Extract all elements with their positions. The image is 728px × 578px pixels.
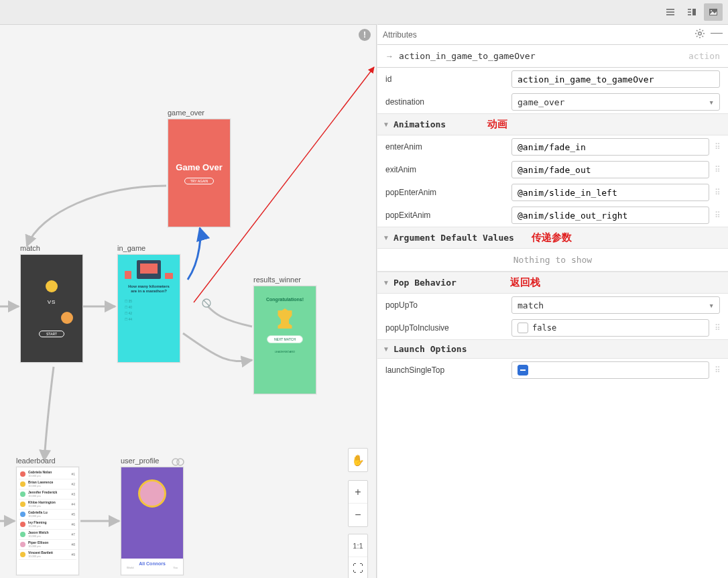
pop-enter-anim-field[interactable]	[511, 184, 709, 201]
drag-handle-icon[interactable]: ⠿	[715, 165, 720, 174]
svg-point-9	[711, 10, 712, 11]
svg-line-13	[204, 300, 209, 306]
drag-handle-icon[interactable]: ⠿	[715, 142, 720, 152]
collapse-icon: ▼	[383, 121, 389, 128]
svg-point-14	[699, 32, 702, 36]
section-pop-behavior[interactable]: ▼ Pop Behavior 返回栈	[377, 272, 728, 294]
svg-line-20	[703, 36, 704, 38]
screen-label-in-game: in_game	[117, 244, 145, 252]
list-item: Jaxon Welch10,000 pts#7	[19, 530, 76, 540]
pan-icon[interactable]: ✋	[349, 449, 367, 471]
box-icon	[165, 273, 173, 279]
panel-title: Attributes	[383, 30, 417, 40]
list-item: Gabriela Nolan10,000 pts#1	[19, 469, 76, 479]
view-code-button[interactable]	[661, 3, 680, 21]
collapse-icon: ▼	[383, 345, 389, 353]
collapse-icon: ▼	[383, 279, 389, 286]
screen-game-over[interactable]: Game Over TRY AGAIN	[168, 119, 231, 227]
warning-icon[interactable]: !	[359, 29, 371, 41]
zoom-in-button[interactable]: +	[349, 481, 367, 504]
svg-point-12	[202, 299, 210, 307]
popupto-inclusive-checkbox[interactable]	[518, 323, 528, 333]
screen-in-game[interactable]: How many kilometers are in a marathon? ☐…	[117, 254, 180, 363]
avatar-icon	[61, 312, 73, 324]
tv-icon	[137, 260, 161, 279]
launch-singletop-checkbox[interactable]	[518, 365, 528, 375]
zoom-out-button[interactable]: −	[349, 504, 367, 526]
avatar-icon	[138, 479, 166, 508]
drag-handle-icon[interactable]: ⠿	[715, 188, 720, 197]
next-match-button: NEXT MATCH	[267, 335, 303, 343]
svg-line-21	[696, 36, 698, 38]
destination-select[interactable]: game_over▾	[511, 93, 720, 111]
screen-label-profile: user_profile	[121, 457, 159, 465]
editor-view-switch	[661, 0, 728, 24]
attr-id: id	[377, 68, 728, 91]
view-design-button[interactable]	[704, 3, 723, 21]
drag-handle-icon[interactable]: ⠿	[715, 211, 720, 220]
annotation-args: 传递参数	[532, 231, 572, 244]
enter-anim-field[interactable]	[511, 138, 709, 156]
list-item: Khloe Harrington10,000 pts#4	[19, 500, 76, 510]
screen-match[interactable]: VS START	[20, 254, 83, 363]
collapse-icon: ▼	[383, 234, 389, 241]
screen-label-game-over: game_over	[168, 109, 204, 117]
svg-rect-6	[692, 9, 696, 15]
list-lines-icon	[665, 7, 676, 17]
id-field[interactable]	[511, 70, 720, 88]
chevron-down-icon: ▾	[709, 300, 714, 310]
action-name: action_in_game_to_gameOver	[399, 51, 536, 61]
action-breadcrumb: → action_in_game_to_gameOver action	[377, 45, 728, 68]
attributes-panel: Attributes — → action_in_game_to_gameOve…	[377, 24, 728, 578]
pop-exit-anim-field[interactable]	[511, 207, 709, 224]
image-icon	[708, 7, 719, 17]
section-launch-options[interactable]: ▼ Launch Options	[377, 339, 728, 359]
nav-canvas[interactable]: game_over Game Over TRY AGAIN match VS S…	[0, 45, 376, 578]
start-button: START	[39, 331, 64, 337]
screen-user-profile[interactable]: Ali Connors World You	[121, 467, 184, 575]
game-over-title: Game Over	[176, 162, 222, 172]
chevron-down-icon: ▾	[709, 97, 714, 107]
list-item: Brian Lawrence10,000 pts#2	[19, 479, 76, 489]
nav-graph-editor[interactable]: !	[0, 24, 377, 578]
section-arg-defaults[interactable]: ▼ Argument Default Values 传递参数	[377, 227, 728, 249]
attr-destination: destination game_over▾	[377, 91, 728, 113]
answer-options: ☐ 35 ☐ 40 ☐ 42 ☐ 44	[125, 299, 132, 321]
screen-results-winner[interactable]: Congratulations! NEXT MATCH LEADERBOARD	[253, 286, 316, 394]
svg-point-11	[177, 459, 184, 465]
profile-name: Ali Connors	[121, 561, 183, 566]
zoom-controls: + −	[348, 480, 368, 527]
zoom-actual-button[interactable]: 1:1	[349, 534, 367, 557]
avatar-icon	[46, 280, 58, 292]
list-item: Piper Ellison10,000 pts#8	[19, 540, 76, 550]
trophy-icon	[275, 308, 295, 329]
svg-line-22	[703, 30, 704, 32]
args-empty-text: Nothing to show	[377, 249, 728, 272]
popcorn-icon	[125, 271, 131, 279]
pan-tool[interactable]: ✋	[348, 448, 368, 472]
screen-label-match: match	[20, 244, 40, 252]
popupto-select[interactable]: match▾	[511, 296, 720, 314]
screen-leaderboard[interactable]: Gabriela Nolan10,000 pts#1Brian Lawrence…	[16, 467, 79, 575]
annotation-animations: 动画	[487, 118, 507, 131]
annotation-pop: 返回栈	[510, 276, 540, 289]
list-item: Gabriella Lu10,000 pts#5	[19, 510, 76, 520]
screen-label-leaderboard: leaderboard	[16, 457, 56, 465]
action-type: action	[688, 51, 720, 61]
svg-point-10	[172, 459, 179, 465]
section-animations[interactable]: ▼ Animations 动画	[377, 113, 728, 135]
exit-anim-field[interactable]	[511, 161, 709, 178]
list-item: Jennifer Frederick10,000 pts#3	[19, 489, 76, 500]
gear-icon[interactable]	[694, 28, 705, 41]
attributes-header: Attributes —	[377, 25, 728, 45]
question-text: How many kilometers are in a marathon?	[125, 284, 173, 294]
svg-line-19	[696, 30, 698, 32]
list-item: Ivy Fleming10,000 pts#6	[19, 520, 76, 530]
action-arrow-icon: →	[385, 52, 393, 61]
drag-handle-icon[interactable]: ⠿	[715, 323, 720, 333]
minimize-icon[interactable]: —	[711, 28, 723, 41]
view-split-button[interactable]	[682, 3, 701, 21]
drag-handle-icon[interactable]: ⠿	[715, 365, 720, 375]
leaderboard-link: LEADERBOARD	[275, 350, 295, 353]
zoom-fit-button[interactable]: ⛶	[349, 557, 367, 578]
